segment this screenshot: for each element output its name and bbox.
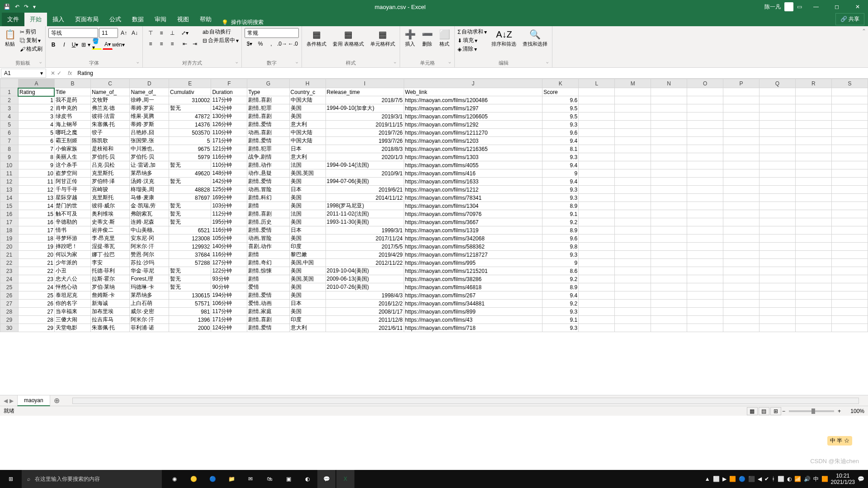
cell[interactable]: 新海诚 xyxy=(90,300,130,308)
cell[interactable] xyxy=(651,88,687,96)
cell[interactable]: 503570 xyxy=(169,129,211,137)
cell[interactable]: https://maoyan.com/films/1211270 xyxy=(404,129,542,137)
cell[interactable] xyxy=(579,153,615,161)
cell[interactable] xyxy=(831,137,868,145)
cell[interactable]: https://maoyan.com/films/78341 xyxy=(404,194,542,202)
cell[interactable] xyxy=(831,283,868,291)
cell[interactable] xyxy=(579,243,615,251)
cell[interactable]: 日本 xyxy=(289,145,326,153)
cell[interactable]: https://maoyan.com/films/1200486 xyxy=(404,96,542,104)
cell[interactable]: 6521 xyxy=(169,226,211,235)
cell[interactable]: 2019/7/26 xyxy=(326,129,404,137)
cell[interactable] xyxy=(723,113,760,121)
cell[interactable]: 盗梦空间 xyxy=(54,169,90,178)
cell[interactable]: 9.5 xyxy=(542,113,579,121)
column-header[interactable]: K xyxy=(542,79,579,88)
cell[interactable]: 2016/12/2 xyxy=(326,300,404,308)
cell[interactable] xyxy=(615,161,651,169)
cell[interactable]: 何以为家 xyxy=(54,251,90,259)
cell[interactable]: 2008/1/17 xyxy=(326,308,404,316)
cell[interactable]: 李·昂克里 xyxy=(90,235,130,243)
cell[interactable]: 罗伯托·贝 xyxy=(90,153,130,161)
cell[interactable]: 2018/8/3 xyxy=(326,145,404,153)
cell[interactable]: 朱塞佩·托 xyxy=(90,324,130,332)
cell[interactable] xyxy=(760,137,796,145)
cell[interactable]: 阿米尔·汗 xyxy=(130,243,169,251)
cell[interactable] xyxy=(615,235,651,243)
cell[interactable]: 暂无 xyxy=(169,283,211,291)
cell[interactable]: 泰坦尼克 xyxy=(54,291,90,300)
cell[interactable] xyxy=(831,324,868,332)
cell[interactable]: 剧情,爱情 xyxy=(247,291,289,300)
cell[interactable]: 2012/11/22 xyxy=(326,259,404,267)
tray-icon[interactable]: ⬜ xyxy=(778,476,784,482)
cell[interactable]: 2019/11/15 xyxy=(326,121,404,129)
tab-nav-prev-icon[interactable]: ◀ xyxy=(4,398,8,404)
cell[interactable]: 剧情,犯罪 xyxy=(247,145,289,153)
cell[interactable]: 19 xyxy=(18,243,54,251)
italic-button[interactable]: I xyxy=(59,40,69,50)
cell[interactable] xyxy=(579,121,615,129)
column-header[interactable]: D xyxy=(130,79,169,88)
cell[interactable]: 1993/7/26 xyxy=(326,137,404,145)
cell[interactable]: 剧情,爱情 xyxy=(247,226,289,235)
cell[interactable]: 2014/11/12 xyxy=(326,194,404,202)
cell[interactable] xyxy=(615,145,651,153)
cell[interactable] xyxy=(723,259,760,267)
column-header[interactable]: P xyxy=(723,79,760,88)
cell[interactable]: 蒂姆·罗宾 xyxy=(130,104,169,113)
underline-button[interactable]: U ▾ xyxy=(70,40,80,50)
cell[interactable]: 194分钟 xyxy=(211,291,247,300)
cell[interactable] xyxy=(615,104,651,113)
row-header[interactable]: 26 xyxy=(0,291,19,300)
cell[interactable]: 8 xyxy=(18,153,54,161)
cell[interactable] xyxy=(579,137,615,145)
cell[interactable]: 岩井俊二 xyxy=(90,226,130,235)
add-sheet-button[interactable]: ⊕ xyxy=(50,396,63,405)
cell[interactable]: 美国 xyxy=(289,267,326,275)
tab-insert[interactable]: 插入 xyxy=(47,13,70,26)
cell[interactable]: https://maoyan.com/films/416 xyxy=(404,169,542,178)
cell[interactable]: 剧情 xyxy=(247,275,289,283)
cell[interactable]: 1994-07-06(美国) xyxy=(326,178,404,186)
cell[interactable] xyxy=(723,129,760,137)
sheet-tab-active[interactable]: maoyan xyxy=(17,395,50,406)
cell[interactable] xyxy=(579,194,615,202)
spreadsheet-grid[interactable]: ABCDEFGHIJKLMNOPQRS1RatingTitleName_of_N… xyxy=(0,79,868,395)
cell[interactable] xyxy=(760,316,796,324)
cell[interactable]: 106分钟 xyxy=(211,300,247,308)
cell[interactable]: 9.6 xyxy=(542,129,579,137)
tray-icon[interactable]: ◐ xyxy=(787,476,792,482)
cell[interactable] xyxy=(615,291,651,300)
cell[interactable]: 托德·菲利 xyxy=(90,267,130,275)
cell[interactable] xyxy=(795,243,831,251)
cell[interactable]: 中山美穗, xyxy=(130,226,169,235)
cell[interactable]: 123008 xyxy=(169,235,211,243)
cell[interactable] xyxy=(723,267,760,275)
cell[interactable]: 110分钟 xyxy=(211,129,247,137)
cell[interactable]: 105分钟 xyxy=(211,235,247,243)
clear-button[interactable]: ◈ 清除 ▾ xyxy=(458,45,487,53)
cell[interactable]: 美国,英国 xyxy=(289,169,326,178)
border-button[interactable]: ⊞ ▾ xyxy=(81,40,91,50)
cell[interactable] xyxy=(651,186,687,194)
number-format-select[interactable] xyxy=(245,28,299,38)
cell[interactable] xyxy=(723,96,760,104)
cell[interactable]: 剧情 xyxy=(247,251,289,259)
cell[interactable] xyxy=(579,169,615,178)
cell[interactable]: 28 xyxy=(18,316,54,324)
cell[interactable]: 9.3 xyxy=(542,324,579,332)
cell[interactable]: 9.6 xyxy=(542,235,579,243)
row-header[interactable]: 13 xyxy=(0,186,19,194)
cell[interactable]: 47872 xyxy=(169,113,211,121)
cell[interactable]: 148分钟 xyxy=(211,169,247,178)
cell[interactable] xyxy=(579,178,615,186)
cell[interactable]: https://maoyan.com/films/43 xyxy=(404,316,542,324)
cell[interactable]: 21 xyxy=(18,259,54,267)
cell[interactable]: 剧情,喜剧 xyxy=(247,210,289,218)
cell[interactable] xyxy=(795,178,831,186)
cell[interactable]: https://maoyan.com/films/1212 xyxy=(404,186,542,194)
edge-icon[interactable]: 🔵 xyxy=(203,470,222,488)
cell[interactable] xyxy=(723,300,760,308)
cell[interactable]: 9675 xyxy=(169,145,211,153)
